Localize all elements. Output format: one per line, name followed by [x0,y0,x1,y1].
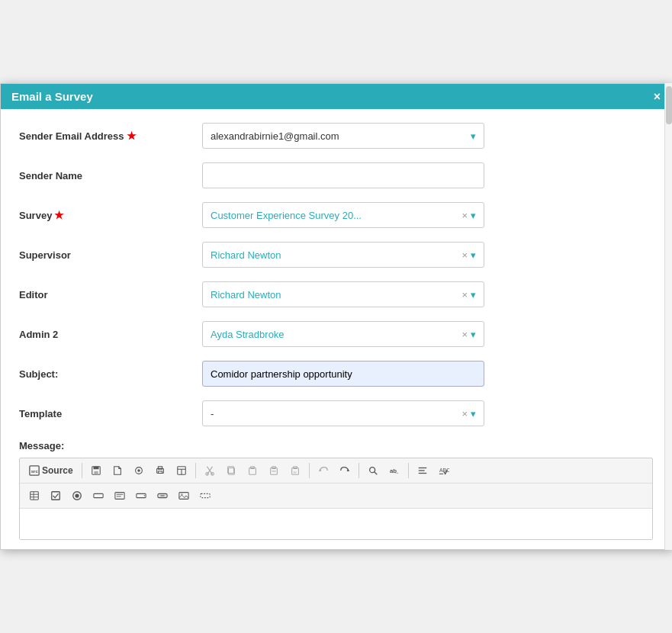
template-row: Template - × ▾ [19,400,653,426]
template-select[interactable]: - × ▾ [202,400,484,426]
editor-select[interactable]: Richard Newton × ▾ [202,281,484,307]
subject-row: Subject: [19,361,653,387]
scrollbar-track[interactable] [664,83,672,550]
svg-marker-49 [144,495,146,496]
supervisor-clear-icon[interactable]: × [461,249,468,261]
paste-icon [247,465,258,476]
message-section: Message: src Source [19,440,653,540]
toolbar-sep-4 [359,463,359,478]
svg-rect-3 [93,467,98,470]
insert-textfield-button[interactable] [88,487,108,505]
new-document-button[interactable] [108,461,127,480]
redo-icon [339,465,350,476]
svg-rect-54 [201,493,210,497]
admin2-select[interactable]: Ayda Stradbroke × ▾ [202,321,484,347]
admin2-clear-icon[interactable]: × [461,329,468,340]
svg-rect-4 [94,471,98,474]
admin2-row: Admin 2 Ayda Stradbroke × ▾ [19,321,653,347]
spell-check-button[interactable]: ABC [434,461,454,480]
insert-textarea-button[interactable] [110,487,130,505]
paste-word-button[interactable]: W [285,461,305,480]
checkbox-icon [50,490,61,501]
insert-select-button[interactable] [131,487,151,505]
svg-text:src: src [31,468,39,474]
toolbar-row-1: src Source [20,458,652,484]
print-icon [155,465,166,476]
spell-check-icon: ABC [439,465,449,476]
svg-point-27 [369,468,375,473]
copy-icon [226,465,236,476]
supervisor-select[interactable]: Richard Newton × ▾ [202,242,484,268]
hidden-field-icon [200,490,211,501]
survey-select[interactable]: Customer Experience Survey 20... × ▾ [202,202,484,228]
align-icon [417,465,428,476]
sender-name-control [202,162,484,188]
subject-control [202,361,484,387]
svg-rect-52 [179,493,188,500]
svg-rect-9 [158,471,162,474]
toolbar-sep-5 [408,463,409,478]
insert-checkbox-button[interactable] [46,487,66,505]
replace-button[interactable]: ab→ [384,461,404,480]
svg-point-6 [137,469,140,472]
scrollbar-thumb[interactable] [666,86,672,124]
insert-image-button[interactable] [174,487,194,505]
required-star-survey: ★ [54,209,64,221]
editor-clear-icon[interactable]: × [461,289,468,300]
supervisor-dropdown-icon: ▾ [471,249,476,261]
new-document-icon [112,465,123,476]
image-field-icon [178,490,189,501]
undo-button[interactable] [313,461,333,480]
sender-name-label: Sender Name [19,170,202,182]
insert-button-field-button[interactable] [153,487,172,505]
message-label: Message: [19,440,653,451]
print-button[interactable] [150,461,170,480]
template-clear-icon[interactable]: × [461,408,468,419]
paste-plain-icon [268,465,279,476]
admin2-label: Admin 2 [19,329,202,340]
sender-name-input[interactable] [202,162,484,188]
insert-radio-button[interactable] [67,487,87,505]
sender-email-select[interactable]: alexandrabirnie1@gmail.com ▾ [202,123,484,149]
save-button[interactable] [86,461,106,480]
editor-row: Editor Richard Newton × ▾ [19,281,653,307]
find-button[interactable] [363,461,383,480]
insert-table-button[interactable] [24,487,44,505]
templates-button[interactable] [172,461,191,480]
source-button[interactable]: src Source [24,461,78,480]
align-button[interactable] [413,461,432,480]
close-button[interactable]: × [654,91,661,103]
template-label: Template [19,408,202,419]
redo-button[interactable] [335,461,355,480]
sender-email-value: alexandrabirnie1@gmail.com [211,130,471,142]
copy-button[interactable] [221,461,241,480]
editor-label: Editor [19,289,202,300]
subject-input[interactable] [202,361,484,387]
save-icon [91,465,101,476]
table-icon [29,490,40,501]
message-editor-area[interactable] [20,509,652,539]
editor-control: Richard Newton × ▾ [202,281,484,307]
templates-icon [176,465,187,476]
admin2-value: Ayda Stradbroke [211,329,461,340]
editor-value: Richard Newton [211,289,461,300]
toolbar-sep-2 [195,463,196,478]
insert-hidden-field-button[interactable] [195,487,215,505]
admin2-dropdown-icon: ▾ [471,329,476,340]
text-field-icon [93,490,104,501]
toolbar-sep-3 [309,463,310,478]
undo-icon [318,465,329,476]
textarea-icon [114,490,125,501]
preview-button[interactable] [129,461,149,480]
survey-clear-icon[interactable]: × [461,210,468,221]
sender-email-row: Sender Email Address ★ alexandrabirnie1@… [19,123,653,149]
supervisor-value: Richard Newton [211,249,461,261]
paste-button[interactable] [243,461,262,480]
replace-icon: ab→ [389,465,400,476]
dialog-header: Email a Survey × [1,84,671,109]
editor-dropdown-icon: ▾ [471,289,476,300]
find-icon [368,465,378,476]
cut-button[interactable] [200,461,220,480]
paste-plain-button[interactable] [264,461,284,480]
svg-rect-40 [52,492,60,500]
